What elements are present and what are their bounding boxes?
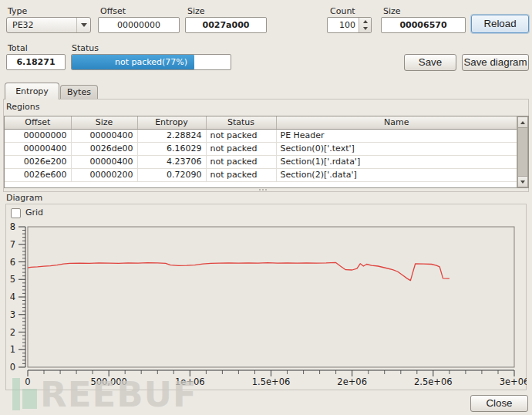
count-label: Count	[330, 6, 355, 16]
svg-text:0: 0	[25, 376, 30, 387]
svg-text:1e+06: 1e+06	[175, 376, 205, 387]
count-spin-down-button[interactable]	[359, 25, 371, 33]
table-cell: not packed	[206, 129, 276, 142]
table-cell: 0.72090	[137, 168, 206, 181]
regions-table-body: 00000000000004002.28824not packedPE Head…	[5, 129, 517, 182]
table-cell: 0026de00	[71, 142, 137, 155]
table-cell: 2.28824	[137, 129, 206, 142]
status-label: Status	[72, 43, 99, 53]
table-cell: 4.23706	[137, 155, 206, 168]
table-cell: Section(2)['.data']	[276, 168, 517, 181]
scroll-up-button[interactable]	[517, 116, 528, 128]
table-cell: 6.16029	[137, 142, 206, 155]
reload-button[interactable]: Reload	[471, 15, 529, 33]
table-cell: Section(0)['.text']	[276, 142, 517, 155]
svg-text:2: 2	[10, 327, 15, 338]
svg-text:1: 1	[10, 344, 15, 355]
type-label: Type	[8, 6, 27, 16]
table-cell: 00000400	[5, 142, 71, 155]
table-column-header[interactable]: Entropy	[137, 116, 206, 129]
status-progressbar-text: not packed(77%)	[72, 55, 231, 69]
table-cell: 0026e600	[5, 168, 71, 181]
save-button[interactable]: Save	[404, 54, 456, 71]
type-combobox-value: PE32	[7, 20, 76, 30]
table-header-row: OffsetSizeEntropyStatusName	[5, 116, 517, 129]
size2-label: Size	[383, 6, 401, 16]
svg-text:8: 8	[10, 221, 15, 232]
table-cell: not packed	[206, 142, 276, 155]
save-diagram-button[interactable]: Save diagram	[462, 54, 529, 71]
grid-checkbox[interactable]	[11, 208, 21, 218]
chevron-down-icon	[81, 23, 87, 27]
svg-text:5: 5	[10, 274, 15, 285]
status-progressbar: not packed(77%)	[71, 54, 231, 70]
count-spin-up-button[interactable]	[359, 18, 371, 25]
regions-table: OffsetSizeEntropyStatusName 000000000000…	[4, 116, 529, 188]
count-spinbox-value: 100	[328, 18, 359, 32]
watermark-logo-square	[22, 389, 37, 409]
table-column-header[interactable]: Name	[276, 116, 517, 129]
table-cell: 00000400	[71, 129, 137, 142]
table-cell: PE Header	[276, 129, 517, 142]
svg-text:500,000: 500,000	[90, 376, 127, 387]
diagram-label: Diagram	[6, 193, 42, 203]
svg-text:0: 0	[10, 362, 15, 373]
svg-text:6: 6	[10, 257, 15, 268]
table-cell: not packed	[206, 155, 276, 168]
scrollbar-thumb[interactable]	[517, 128, 528, 176]
combobox-dropdown-button[interactable]	[76, 18, 90, 32]
table-row[interactable]: 0026e600000002000.72090not packedSection…	[5, 168, 517, 181]
table-column-header[interactable]: Status	[206, 116, 276, 129]
grid-checkbox-label: Grid	[25, 208, 43, 218]
size-input[interactable]: 0027a000	[185, 17, 267, 33]
close-button[interactable]: Close	[470, 395, 528, 412]
scroll-up-icon	[520, 121, 525, 124]
size2-input[interactable]: 00006570	[381, 17, 466, 33]
svg-text:3e+06: 3e+06	[500, 376, 527, 387]
table-row[interactable]: 00000000000004002.28824not packedPE Head…	[5, 129, 517, 142]
type-combobox[interactable]: PE32	[6, 17, 91, 33]
table-cell: 00000000	[5, 129, 71, 142]
count-spinbox[interactable]: 100	[327, 17, 372, 33]
table-scrollbar[interactable]	[517, 116, 528, 187]
table-row[interactable]: 0026e200000004004.23706not packedSection…	[5, 155, 517, 168]
total-label: Total	[8, 43, 28, 53]
svg-text:7: 7	[10, 239, 15, 250]
entropy-chart: 0123456780500,0001e+061.5e+062e+062.5e+0…	[5, 219, 527, 390]
offset-input[interactable]: 00000000	[98, 17, 180, 33]
table-row[interactable]: 000004000026de006.16029not packedSection…	[5, 142, 517, 155]
offset-label: Offset	[100, 6, 126, 16]
svg-text:3: 3	[10, 309, 15, 320]
svg-text:2.5e+06: 2.5e+06	[414, 376, 453, 387]
scroll-down-button[interactable]	[517, 176, 528, 187]
regions-label: Regions	[6, 102, 39, 112]
spin-down-icon	[363, 27, 368, 30]
svg-text:1.5e+06: 1.5e+06	[252, 376, 291, 387]
table-column-header[interactable]: Size	[71, 116, 137, 129]
table-cell: not packed	[206, 168, 276, 181]
table-cell: 00000400	[71, 155, 137, 168]
tab-bytes[interactable]: Bytes	[60, 85, 98, 100]
svg-text:2e+06: 2e+06	[337, 376, 367, 387]
tab-entropy[interactable]: Entropy	[5, 83, 59, 100]
table-cell: 0026e200	[5, 155, 71, 168]
total-value-field: 6.18271	[6, 54, 66, 70]
table-cell: Section(1)['.rdata']	[276, 155, 517, 168]
svg-text:4: 4	[10, 292, 15, 302]
table-cell: 00000200	[71, 168, 137, 181]
table-column-header[interactable]: Offset	[5, 116, 71, 129]
spin-up-icon	[363, 20, 368, 23]
scroll-down-icon	[520, 181, 525, 184]
size-label: Size	[187, 6, 205, 16]
